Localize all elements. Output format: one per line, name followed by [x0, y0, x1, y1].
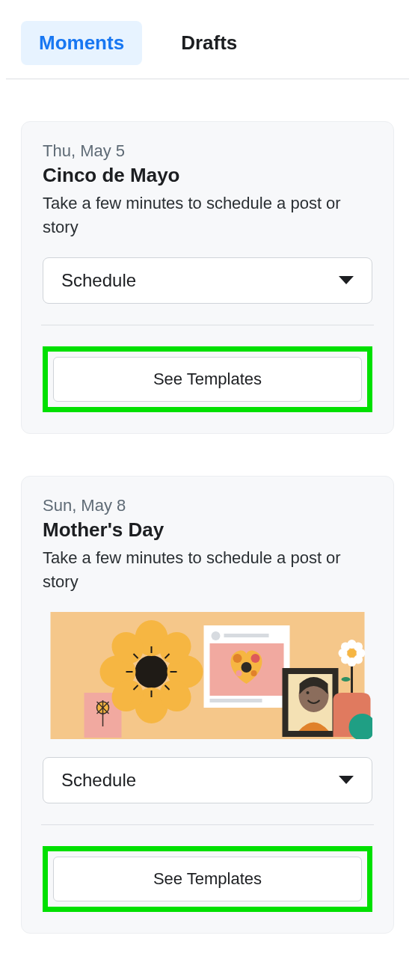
- svg-point-35: [251, 670, 257, 676]
- chevron-down-icon: [339, 776, 354, 784]
- see-templates-highlight: See Templates: [43, 346, 372, 412]
- moment-illustration: [43, 612, 372, 739]
- schedule-dropdown[interactable]: Schedule: [43, 757, 372, 803]
- svg-point-40: [307, 691, 310, 694]
- svg-point-32: [251, 654, 260, 663]
- schedule-dropdown[interactable]: Schedule: [43, 257, 372, 304]
- schedule-dropdown-label: Schedule: [61, 770, 136, 791]
- card-divider: [41, 824, 374, 825]
- moment-description: Take a few minutes to schedule a post or…: [43, 546, 372, 594]
- moment-description: Take a few minutes to schedule a post or…: [43, 192, 372, 239]
- svg-point-46: [341, 642, 350, 651]
- moment-card: Thu, May 5 Cinco de Mayo Take a few minu…: [21, 121, 394, 434]
- svg-rect-36: [210, 699, 262, 702]
- moment-date: Sun, May 8: [43, 496, 372, 515]
- svg-point-49: [354, 655, 363, 664]
- moment-card: Sun, May 8 Mother's Day Take a few minut…: [21, 476, 394, 934]
- svg-rect-29: [224, 634, 269, 637]
- see-templates-button[interactable]: See Templates: [53, 857, 362, 901]
- moment-date: Thu, May 5: [43, 141, 372, 161]
- schedule-dropdown-label: Schedule: [61, 270, 136, 291]
- moment-title: Mother's Day: [43, 518, 372, 542]
- svg-point-48: [341, 655, 350, 664]
- tab-drafts[interactable]: Drafts: [163, 21, 255, 65]
- card-divider: [41, 325, 374, 325]
- chevron-down-icon: [339, 276, 354, 284]
- tabs-bar: Moments Drafts: [0, 0, 415, 65]
- svg-point-33: [242, 662, 252, 673]
- svg-point-31: [233, 654, 242, 663]
- svg-point-10: [135, 655, 168, 688]
- moment-title: Cinco de Mayo: [43, 164, 372, 187]
- svg-point-47: [354, 642, 363, 651]
- svg-point-51: [342, 677, 351, 682]
- tab-moments[interactable]: Moments: [21, 21, 142, 65]
- header-divider: [6, 79, 409, 79]
- see-templates-highlight: See Templates: [43, 846, 372, 912]
- svg-point-50: [348, 649, 357, 658]
- svg-point-34: [236, 670, 242, 676]
- svg-point-28: [212, 631, 221, 640]
- see-templates-button[interactable]: See Templates: [53, 357, 362, 402]
